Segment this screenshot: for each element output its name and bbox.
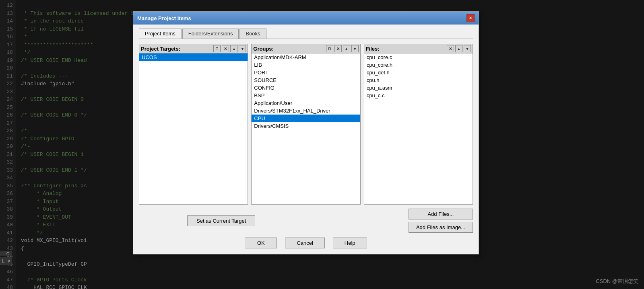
left-indicator-c: c [0, 251, 12, 256]
list-item[interactable]: cpu_core.h [364, 61, 473, 69]
project-targets-down-button[interactable]: ▼ [239, 45, 246, 52]
project-targets-new-button[interactable]: 🗋 [213, 45, 221, 52]
dialog-body: Project Items Folders/Extensions Books P… [133, 25, 479, 254]
list-item[interactable]: BSP [252, 92, 360, 99]
left-sidebar-indicators: c L ∨ [0, 251, 12, 265]
project-targets-list[interactable]: UCOS [139, 53, 248, 205]
files-delete-button[interactable]: ✕ [447, 45, 454, 52]
project-targets-label: Project Targets: [141, 46, 212, 52]
add-files-as-image-button[interactable]: Add Files as Image... [409, 222, 473, 233]
bottom-area: Set as Current Target Add Files... Add F… [139, 209, 473, 233]
list-item[interactable]: Drivers/CMSIS [252, 122, 360, 130]
groups-column: Groups: 🗋 ✕ ▲ ▼ Application/MDK-ARM LIB … [251, 44, 360, 205]
tab-project-items[interactable]: Project Items [139, 29, 182, 39]
files-down-button[interactable]: ▼ [464, 45, 471, 52]
project-targets-header: Project Targets: 🗋 ✕ ▲ ▼ [139, 44, 248, 53]
dialog-footer: OK Cancel Help [139, 238, 473, 248]
list-item[interactable]: cpu_core.c [364, 53, 473, 61]
files-header: Files: ✕ ▲ ▼ [364, 44, 473, 53]
list-item[interactable]: CONFIG [252, 84, 360, 92]
list-item[interactable]: cpu_c.c [364, 92, 473, 99]
tab-books[interactable]: Books [239, 29, 266, 39]
groups-header: Groups: 🗋 ✕ ▲ ▼ [251, 44, 360, 53]
files-label: Files: [366, 46, 446, 52]
cancel-button[interactable]: Cancel [285, 238, 324, 248]
list-item[interactable]: UCOS [139, 53, 248, 61]
columns-area: Project Targets: 🗋 ✕ ▲ ▼ UCOS Groups: 🗋 … [139, 44, 473, 205]
list-item[interactable]: Application/MDK-ARM [252, 53, 360, 61]
list-item[interactable]: cpu.h [364, 76, 473, 84]
files-column: Files: ✕ ▲ ▼ cpu_core.c cpu_core.h cpu_d… [364, 44, 473, 205]
left-indicator-l: L ∨ [0, 257, 12, 265]
files-buttons: Add Files... Add Files as Image... [409, 209, 473, 233]
list-item[interactable]: LIB [252, 61, 360, 69]
add-files-button[interactable]: Add Files... [409, 209, 473, 219]
list-item[interactable]: cpu_a.asm [364, 84, 473, 92]
list-item[interactable]: PORT [252, 69, 360, 76]
set-current-target-button[interactable]: Set as Current Target [187, 215, 255, 226]
project-targets-delete-button[interactable]: ✕ [222, 45, 229, 52]
files-list[interactable]: cpu_core.c cpu_core.h cpu_def.h cpu.h cp… [364, 53, 473, 205]
tab-folders-extensions[interactable]: Folders/Extensions [182, 29, 239, 39]
dialog-titlebar: Manage Project Items × [133, 12, 479, 25]
groups-label: Groups: [253, 46, 324, 52]
tabs-container: Project Items Folders/Extensions Books [139, 29, 473, 39]
watermark: CSDN @带泪怎笑 [596, 278, 638, 285]
manage-project-dialog: Manage Project Items × Project Items Fol… [133, 11, 479, 254]
dialog-title: Manage Project Items [137, 15, 191, 21]
groups-down-button[interactable]: ▼ [351, 45, 359, 52]
list-item[interactable]: Application/User [252, 99, 360, 107]
list-item[interactable]: Drivers/STM32F1xx_HAL_Driver [252, 107, 360, 115]
project-targets-up-button[interactable]: ▲ [230, 45, 237, 52]
help-button[interactable]: Help [333, 238, 367, 248]
list-item[interactable]: SOURCE [252, 76, 360, 84]
groups-up-button[interactable]: ▲ [343, 45, 350, 52]
list-item[interactable]: cpu_def.h [364, 69, 473, 76]
files-up-button[interactable]: ▲ [455, 45, 462, 52]
dialog-close-button[interactable]: × [466, 14, 475, 22]
list-item[interactable]: CPU [252, 115, 360, 122]
groups-list[interactable]: Application/MDK-ARM LIB PORT SOURCE CONF… [251, 53, 360, 205]
groups-new-button[interactable]: 🗋 [326, 45, 333, 52]
project-targets-column: Project Targets: 🗋 ✕ ▲ ▼ UCOS [139, 44, 248, 205]
groups-delete-button[interactable]: ✕ [334, 45, 342, 52]
ok-button[interactable]: OK [245, 238, 277, 248]
